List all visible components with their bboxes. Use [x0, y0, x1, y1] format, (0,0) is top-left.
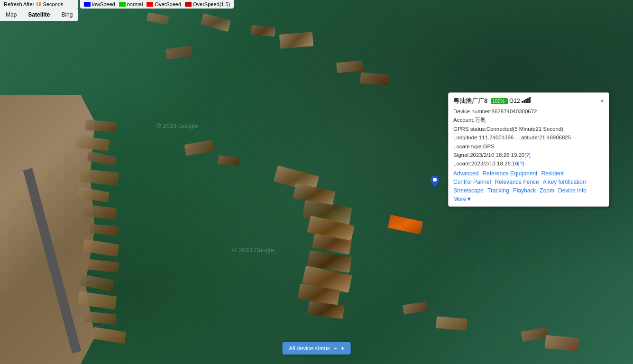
legend-normal-color	[119, 2, 126, 7]
signal-time-value: :2023/2/10 18:26:19.20	[468, 152, 524, 158]
all-device-label: All device status	[289, 345, 330, 352]
device-model: G12	[509, 98, 520, 104]
popup-link-playback[interactable]: Playback	[513, 187, 536, 194]
popup-close-button[interactable]: ×	[600, 98, 604, 104]
battery-unit-label: %	[500, 99, 505, 104]
battery-badge: 100%	[491, 98, 508, 104]
svg-point-0	[433, 178, 437, 182]
legend-bar: lowSpeed normal OverSpeed OverSpeed(1.5)	[80, 0, 234, 9]
map-container[interactable]: © 2023 Google © 2023 Google Refresh Afte…	[0, 0, 633, 364]
battery-value: 100	[493, 99, 501, 104]
signal-bars	[522, 97, 531, 103]
refresh-label: Refresh After	[4, 1, 34, 7]
device-popup: 粤汕渔广⼴8 100% G12 × Device number:86287404…	[448, 92, 609, 207]
device-number-value: 862874040380672	[492, 109, 537, 114]
popup-link-zoom[interactable]: Zoom	[540, 187, 554, 194]
locate-time-value: 2023/2/10 18:26:16	[471, 161, 518, 166]
signal-label: Signal	[453, 152, 468, 158]
popup-device-number-row: Device number:862874040380672	[453, 107, 604, 116]
map-type-selector: Map Satellite Bing	[0, 9, 78, 21]
legend-normal: normal	[119, 1, 143, 7]
map-type-satellite[interactable]: Satellite	[22, 9, 55, 21]
longitude-label: Longitude:	[453, 135, 479, 140]
latitude-label: Latitude:	[518, 135, 539, 140]
top-bar: Refresh After 18 Seconds Map Satellite B…	[0, 0, 633, 21]
popup-links: AdvancedReference EquipmentResidentContr…	[453, 170, 604, 202]
legend-overspeed-color	[147, 2, 153, 7]
locate-note: [?]	[518, 161, 524, 166]
signal-note: [?]	[524, 152, 531, 158]
signal-bar-1	[522, 101, 523, 103]
popup-title: 粤汕渔广⼴8	[453, 97, 487, 104]
popup-link-advanced[interactable]: Advanced	[453, 170, 478, 177]
popup-link-tracking[interactable]: Tracking	[487, 187, 509, 194]
signal-bar-2	[523, 100, 525, 103]
account-value: 万奥	[475, 117, 486, 123]
boat	[279, 32, 313, 49]
map-type-map[interactable]: Map	[0, 9, 22, 21]
device-number-label: Device number:	[453, 109, 492, 114]
legend-low-speed-label: lowSpeed	[92, 1, 115, 7]
signal-bar-5	[529, 97, 531, 103]
device-marker[interactable]	[431, 175, 439, 187]
popup-locate-row: Locate:2023/2/10 18:26:16[?]	[453, 159, 604, 168]
locate-type-value: GPS	[483, 144, 495, 149]
legend-overspeed-15-color	[185, 2, 192, 7]
legend-normal-label: normal	[127, 1, 143, 7]
boat	[218, 155, 239, 166]
popup-link-device-info[interactable]: Device Info	[558, 187, 587, 194]
latitude-value: 21.48906825	[539, 135, 571, 140]
popup-coordinates-row: Longitude:111.24001396 , Latitude:21.489…	[453, 133, 604, 142]
bottom-bar: All device status − +	[282, 342, 351, 355]
popup-link-a-key-fortification[interactable]: A key fortification	[543, 179, 586, 185]
popup-title-area: 粤汕渔广⼴8 100% G12	[453, 97, 531, 105]
legend-overspeed-15-label: OverSpeed(1.5)	[193, 1, 230, 7]
popup-link-more▼[interactable]: More▼	[453, 196, 472, 202]
boat	[360, 72, 389, 86]
refresh-seconds: 18	[36, 1, 41, 7]
longitude-value: 111.24001396	[479, 135, 514, 140]
popup-gprs-row: GPRS status:Connected(5 Minute21 Second)	[453, 125, 604, 133]
popup-link-control-pannel[interactable]: Control Pannel	[453, 179, 491, 185]
legend-low-speed-color	[84, 2, 91, 7]
minus-icon[interactable]: −	[334, 345, 337, 352]
popup-signal-row: Signal:2023/2/10 18:26:19.20[?]	[453, 151, 604, 159]
map-type-bing[interactable]: Bing	[55, 9, 78, 21]
refresh-bar: Refresh After 18 Seconds	[0, 0, 78, 9]
account-label: Account:	[453, 117, 475, 123]
popup-locate-type-row: Locate type:GPS	[453, 142, 604, 151]
signal-bar-4	[527, 98, 529, 103]
popup-link-streetscape[interactable]: Streetscape	[453, 187, 484, 194]
locate-type-label: Locate type:	[453, 144, 483, 149]
legend-low-speed: lowSpeed	[84, 1, 115, 7]
all-device-status-button[interactable]: All device status − +	[282, 342, 351, 355]
popup-account-row: Account:万奥	[453, 116, 604, 124]
gprs-status-value: Connected(5 Minute21 Second)	[486, 126, 563, 132]
refresh-unit: Seconds	[43, 1, 64, 7]
legend-overspeed-15: OverSpeed(1.5)	[185, 1, 230, 7]
popup-link-resident[interactable]: Resident	[541, 170, 563, 177]
signal-bar-3	[525, 99, 527, 103]
gprs-label: GPRS status:	[453, 126, 486, 132]
popup-header: 粤汕渔广⼴8 100% G12 ×	[453, 97, 604, 105]
legend-overspeed-label: OverSpeed	[155, 1, 181, 7]
plus-icon[interactable]: +	[341, 345, 344, 352]
boat	[251, 25, 275, 36]
popup-link-relevance-fence[interactable]: Relevance Fence	[495, 179, 539, 185]
locate-label: Locate:	[453, 161, 471, 166]
popup-link-reference-equipment[interactable]: Reference Equipment	[482, 170, 537, 177]
legend-overspeed: OverSpeed	[147, 1, 181, 7]
boat	[545, 335, 579, 351]
